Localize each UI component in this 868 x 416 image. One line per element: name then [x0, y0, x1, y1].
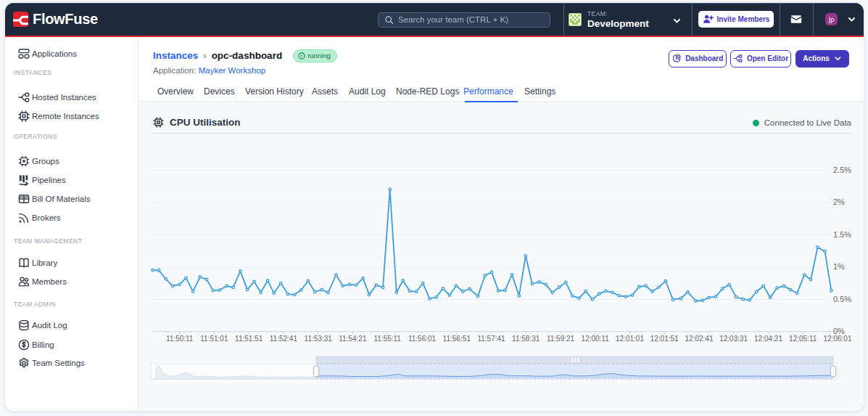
- svg-text:11:57:41: 11:57:41: [477, 335, 505, 343]
- svg-text:11:56:51: 11:56:51: [443, 335, 471, 343]
- svg-text:2%: 2%: [833, 197, 845, 206]
- svg-text:12:01:51: 12:01:51: [650, 335, 679, 343]
- svg-text:1.5%: 1.5%: [833, 230, 851, 239]
- svg-text:11:50:11: 11:50:11: [166, 335, 194, 343]
- svg-text:2.5%: 2.5%: [833, 166, 851, 174]
- svg-text:1%: 1%: [833, 262, 845, 271]
- svg-text:12:03:31: 12:03:31: [719, 335, 748, 343]
- svg-text:11:53:31: 11:53:31: [305, 335, 333, 343]
- svg-text:12:06:01: 12:06:01: [824, 335, 852, 343]
- svg-text:11:58:31: 11:58:31: [512, 335, 540, 343]
- svg-text:11:54:21: 11:54:21: [339, 335, 367, 343]
- svg-text:11:52:41: 11:52:41: [270, 335, 298, 343]
- svg-text:0.5%: 0.5%: [833, 295, 851, 303]
- svg-text:11:51:01: 11:51:01: [200, 335, 228, 343]
- svg-text:12:05:11: 12:05:11: [789, 335, 817, 343]
- svg-text:11:56:01: 11:56:01: [408, 335, 437, 343]
- svg-text:12:01:01: 12:01:01: [616, 335, 644, 343]
- svg-text:12:00:11: 12:00:11: [582, 335, 610, 343]
- svg-text:11:51:51: 11:51:51: [235, 335, 263, 343]
- svg-text:11:55:11: 11:55:11: [373, 335, 401, 343]
- svg-text:11:59:21: 11:59:21: [547, 335, 575, 343]
- svg-text:12:02:41: 12:02:41: [685, 335, 714, 343]
- svg-text:12:04:21: 12:04:21: [754, 335, 782, 343]
